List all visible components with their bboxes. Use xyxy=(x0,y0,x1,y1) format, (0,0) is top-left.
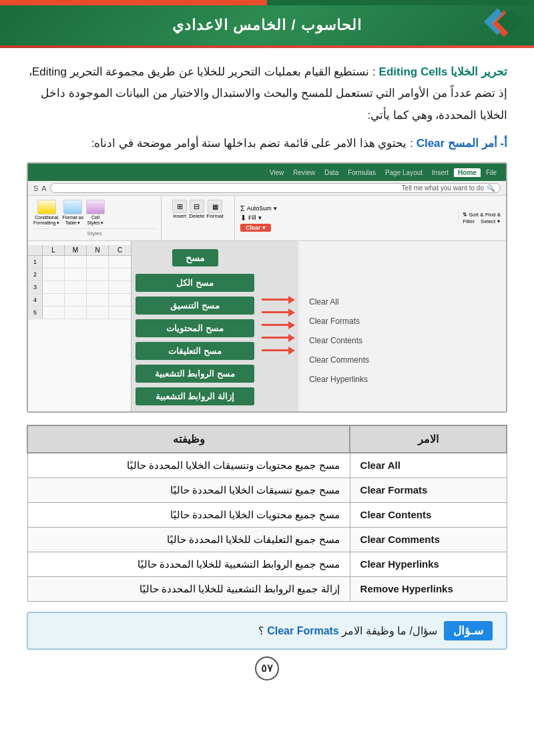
cell-n2 xyxy=(87,268,109,280)
arabic-btn-1[interactable]: مسح الكل xyxy=(136,274,254,292)
clear-red-row: Clear ▾ xyxy=(240,224,453,232)
col-header-l: L xyxy=(43,245,65,255)
row-5: 5 xyxy=(28,307,131,319)
cell-n3 xyxy=(87,281,109,293)
insert-icon: ⊞ xyxy=(172,200,187,213)
command-clear-contents: Clear Contents xyxy=(350,502,507,527)
tab-page-layout[interactable]: Page Layout xyxy=(381,168,427,177)
arrow-2 xyxy=(262,309,295,317)
question-suffix: ؟ xyxy=(258,625,264,636)
insert-label: Insert xyxy=(173,213,186,219)
section-paragraph: تحرير الخلايا Editing Cells : نستطيع الق… xyxy=(27,61,507,126)
tab-insert[interactable]: Insert xyxy=(428,168,453,177)
grid-rows: 1 2 3 xyxy=(28,256,131,319)
cell-l4 xyxy=(43,294,65,306)
tab-review[interactable]: Review xyxy=(289,168,319,177)
filter-select-label: Filter Select ▾ xyxy=(463,218,501,224)
styles-section-label: Styles xyxy=(33,228,156,236)
fill-label: Fill xyxy=(248,214,256,221)
row-4: 4 xyxy=(28,294,131,307)
format-table-label: Format asTable ▾ xyxy=(62,215,83,225)
row-3: 3 xyxy=(28,281,131,294)
cell-c5 xyxy=(109,307,131,319)
command-clear-all: Clear All xyxy=(350,453,507,478)
sigma-icon: Σ xyxy=(240,204,245,212)
cell-m4 xyxy=(65,294,87,306)
col-header-empty xyxy=(28,245,43,255)
cell-c3 xyxy=(109,281,131,293)
function-clear-comments: مسح جميع التعليقات للخلايا المحددة حاليً… xyxy=(27,527,350,552)
arabic-btn-4[interactable]: مسح التعليقات xyxy=(136,342,254,360)
search-right-icon: A xyxy=(41,184,46,192)
fill-arrow: ▾ xyxy=(258,214,262,221)
question-label: سـؤال xyxy=(444,621,493,640)
cell-n4 xyxy=(87,294,109,306)
row-header-5: 5 xyxy=(28,307,43,319)
arrows-area xyxy=(258,241,298,411)
cell-c2 xyxy=(109,268,131,280)
function-clear-hyperlinks: مسح جميع الروابط التشعبية للخلايا المحدد… xyxy=(27,552,350,576)
conditional-formatting-group: ConditionalFormatting ▾ xyxy=(33,200,59,225)
arrow-4 xyxy=(262,334,295,342)
arrow-head-4 xyxy=(288,334,295,342)
page-number-circle: ٥٧ xyxy=(255,656,279,681)
table-row: Clear Comments مسح جميع التعليقات للخلاي… xyxy=(27,527,507,552)
section-a-title: أ- أمر المسح Clear xyxy=(417,137,507,150)
arrow-5 xyxy=(262,347,295,355)
table-body: Clear All مسح جميع محتويات وتنسيقات الخل… xyxy=(27,453,507,602)
row-header-1: 1 xyxy=(28,256,43,268)
cell-m2 xyxy=(65,268,87,280)
search-input-sim[interactable]: 🔍 Tell me what you want to do xyxy=(50,183,501,193)
insert-delete-buttons: ⊞ Insert ⊟ Delete ▦ Format xyxy=(172,200,223,219)
arrow-line-5 xyxy=(262,349,288,351)
cell-styles-group: CellStyles ▾ xyxy=(86,200,105,225)
header: الحاسوب / الخامس الاعدادي xyxy=(0,5,534,45)
english-menu-item-5: Clear Hyperlinks xyxy=(304,372,501,387)
arabic-btn-3[interactable]: مسح المحتويات xyxy=(136,319,254,337)
row-2: 2 xyxy=(28,268,131,281)
arabic-btn-6[interactable]: إزالة الروابط التشعبية xyxy=(136,387,254,405)
tab-view[interactable]: View xyxy=(266,168,288,177)
col-header-c: C xyxy=(109,245,131,255)
cell-l1 xyxy=(43,256,65,268)
table-col-function: وظيفته xyxy=(27,425,350,453)
table-row: Clear All مسح جميع محتويات وتنسيقات الخل… xyxy=(27,453,507,478)
table-col-command: الامر xyxy=(350,425,507,453)
function-remove-hyperlinks: إزالة جميع الروابط التشعبية للخلايا المح… xyxy=(27,576,350,601)
english-menu-item-1: Clear All xyxy=(304,295,501,309)
table-row: Clear Hyperlinks مسح جميع الروابط التشعب… xyxy=(27,552,507,576)
insert-delete-section: ⊞ Insert ⊟ Delete ▦ Format xyxy=(162,196,235,240)
question-text: سؤال/ ما وظيفة الامر Clear Formats ؟ xyxy=(258,624,437,637)
autosum-row: Σ AutoSum ▾ xyxy=(240,204,453,212)
col-headers: L M N C xyxy=(28,245,131,256)
insert-group: ⊞ Insert xyxy=(172,200,187,219)
arabic-btn-2[interactable]: مسح التنسيق xyxy=(136,297,254,315)
clear-red-button[interactable]: Clear ▾ xyxy=(240,224,271,232)
sort-find-group: ⇅ Sort & Find & Filter Select ▾ xyxy=(458,212,501,224)
data-table: الامر وظيفته Clear All مسح جميع محتويات … xyxy=(27,425,507,602)
autosum-group: Σ AutoSum ▾ ⬇ Fill ▾ Clear ▾ xyxy=(240,204,453,232)
english-menu-item-4: Clear Comments xyxy=(304,353,501,367)
cell-l2 xyxy=(43,268,65,280)
sort-filter-row: ⇅ Sort & Find & xyxy=(463,212,501,218)
page-number-area: ٥٧ xyxy=(27,656,507,681)
ribbon-area: ConditionalFormatting ▾ Format asTable ▾… xyxy=(28,196,506,240)
arabic-btn-5[interactable]: مسح الروابط التشعبية xyxy=(136,365,254,383)
arrow-3 xyxy=(262,321,295,329)
tab-data[interactable]: Data xyxy=(320,168,342,177)
delete-group: ⊟ Delete xyxy=(189,200,204,219)
styles-buttons: ConditionalFormatting ▾ Format asTable ▾… xyxy=(33,200,156,225)
format-group: ▦ Format xyxy=(206,200,223,219)
fill-row: ⬇ Fill ▾ xyxy=(240,214,453,222)
format-label: Format xyxy=(206,213,223,219)
search-placeholder: Tell me what you want to do xyxy=(402,184,484,192)
arrow-head-2 xyxy=(288,309,295,317)
row-header-2: 2 xyxy=(28,268,43,280)
masah-top-btn[interactable]: مسح xyxy=(172,249,218,266)
tab-formulas[interactable]: Formulas xyxy=(344,168,380,177)
tab-file[interactable]: File xyxy=(482,168,501,177)
cell-n5 xyxy=(87,307,109,319)
col-header-n: N xyxy=(87,245,109,255)
tab-home[interactable]: Home xyxy=(454,168,481,177)
command-remove-hyperlinks: Remove Hyperlinks xyxy=(350,576,507,601)
